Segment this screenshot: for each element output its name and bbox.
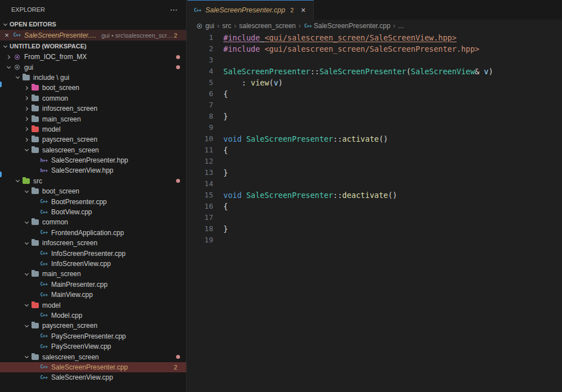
chevron-right-icon[interactable]	[23, 93, 30, 103]
code-line-4[interactable]: 4SaleScreenPresenter::SaleScreenPresente…	[187, 66, 562, 77]
tree-item-infoscreen-screen[interactable]: infoscreen_screen	[0, 103, 186, 114]
code-line-14[interactable]: 14	[187, 178, 562, 190]
chevron-down-icon[interactable]	[23, 269, 30, 279]
open-editors-header[interactable]: OPEN EDITORS	[0, 19, 186, 30]
tree-item-label: payscreen_screen	[42, 322, 97, 330]
code-line-11[interactable]: 11{	[187, 145, 562, 156]
tree-item-payscreen-screen[interactable]: payscreen_screen	[0, 134, 186, 145]
chevron-right-icon[interactable]	[23, 83, 30, 93]
tree-item-gui[interactable]: gui	[0, 62, 186, 72]
code-line-3[interactable]: 3	[187, 55, 562, 66]
tree-item-main-screen[interactable]: main_screen	[0, 269, 186, 279]
indent-spacer	[32, 362, 39, 372]
workspace-header[interactable]: UNTITLED (WORKSPACE)	[0, 40, 186, 52]
code-line-9[interactable]: 9	[187, 122, 562, 133]
breadcrumb-item-[interactable]: ...	[398, 22, 404, 30]
breadcrumb-item-salescreenpresenter-cpp[interactable]: C++SaleScreenPresenter.cpp	[304, 22, 390, 30]
tree-item-model[interactable]: model	[0, 124, 186, 134]
indent-spacer	[32, 372, 39, 382]
open-editor-label: SaleScreenPresenter.cpp	[24, 31, 97, 39]
tree-item-common[interactable]: common	[0, 93, 186, 103]
folder-green-icon	[21, 178, 30, 184]
tree-item-salescreenview-hpp[interactable]: h++SaleScreenView.hpp	[0, 165, 186, 175]
tree-item-frontendapplication-cpp[interactable]: C++FrontendApplication.cpp	[0, 228, 186, 238]
tree-item-salescreenpresenter-cpp[interactable]: C++SaleScreenPresenter.cpp2	[0, 362, 186, 372]
code-line-8[interactable]: 8}	[187, 111, 562, 122]
tree-item-label: infoscreen_screen	[42, 239, 97, 247]
folder-icon	[30, 188, 39, 194]
code-line-7[interactable]: 7	[187, 100, 562, 111]
tree-item-infoscreen-screen[interactable]: infoscreen_screen	[0, 238, 186, 248]
more-actions-icon[interactable]: ⋯	[170, 5, 178, 14]
tree-item-mainview-cpp[interactable]: C++MainView.cpp	[0, 290, 186, 300]
folder-icon	[30, 323, 39, 328]
code-line-19[interactable]: 19	[187, 235, 562, 246]
tree-item-payscreenpresenter-cpp[interactable]: C++PayScreenPresenter.cpp	[0, 331, 186, 341]
tree-item-infoscreenpresenter-cpp[interactable]: C++InfoScreenPresenter.cpp	[0, 248, 186, 258]
code-line-6[interactable]: 6{	[187, 88, 562, 100]
chevron-down-icon	[1, 19, 9, 30]
tree-item-infoscreenview-cpp[interactable]: C++InfoScreenView.cpp	[0, 259, 186, 269]
tab-salescreenpresenter-cpp[interactable]: C++ SaleScreenPresenter.cpp 2 ×	[187, 0, 314, 20]
tree-item-salescreen-screen[interactable]: salescreen_screen	[0, 145, 186, 155]
tree-item-boot-screen[interactable]: boot_screen	[0, 186, 186, 196]
tree-item-salescreenpresenter-hpp[interactable]: h++SaleScreenPresenter.hpp	[0, 155, 186, 165]
code-line-17[interactable]: 17	[187, 212, 562, 223]
tree-item-model-cpp[interactable]: C++Model.cpp	[0, 310, 186, 321]
code-line-1[interactable]: 1#include <gui/salescreen_screen/SaleScr…	[187, 32, 562, 43]
chevron-down-icon[interactable]	[23, 238, 30, 248]
folder-icon	[30, 271, 39, 277]
tree-item-include-gui[interactable]: include \ gui	[0, 73, 186, 83]
tree-item-model[interactable]: model	[0, 300, 186, 310]
close-icon[interactable]: ×	[299, 6, 308, 15]
code-line-2[interactable]: 2#include <gui/salescreen_screen/SaleScr…	[187, 43, 562, 55]
breadcrumb-separator: ›	[393, 22, 395, 30]
code-area[interactable]: 1#include <gui/salescreen_screen/SaleScr…	[187, 32, 562, 392]
close-icon[interactable]: ×	[2, 31, 11, 39]
chevron-right-icon[interactable]	[23, 103, 30, 114]
tree-item-payscreenview-cpp[interactable]: C++PayScreenView.cpp	[0, 341, 186, 352]
chevron-right-icon[interactable]	[23, 124, 30, 134]
tree-item-salescreen-screen[interactable]: salescreen_screen	[0, 352, 186, 362]
explorer-titlebar: EXPLORER ⋯	[0, 0, 186, 19]
tree-item-bootview-cpp[interactable]: C++BootView.cpp	[0, 207, 186, 217]
tree-item-label: boot_screen	[42, 187, 79, 195]
tree-item-src[interactable]: src	[0, 176, 186, 186]
code-line-15[interactable]: 15void SaleScreenPresenter::deactivate()	[187, 190, 562, 201]
tree-item-main-screen[interactable]: main_screen	[0, 114, 186, 124]
breadcrumb-item-salescreen-screen[interactable]: salescreen_screen	[239, 22, 296, 30]
open-editor-item[interactable]: × C++ SaleScreenPresenter.cpp gui • src\…	[0, 30, 186, 40]
chevron-right-icon[interactable]	[23, 114, 30, 124]
code-line-5[interactable]: 5 : view(v)	[187, 77, 562, 88]
breadcrumb-item-gui[interactable]: gui	[195, 22, 214, 30]
tree-item-mainpresenter-cpp[interactable]: C++MainPresenter.cpp	[0, 280, 186, 290]
chevron-down-icon[interactable]	[14, 73, 21, 83]
chevron-down-icon[interactable]	[23, 217, 30, 227]
chevron-down-icon[interactable]	[14, 176, 21, 186]
tree-item-boot-screen[interactable]: boot_screen	[0, 83, 186, 93]
chevron-down-icon[interactable]	[23, 321, 30, 331]
chevron-right-icon[interactable]	[23, 134, 30, 145]
chevron-right-icon[interactable]	[5, 52, 12, 62]
tree-item-label: model	[42, 301, 61, 309]
chevron-down-icon[interactable]	[5, 62, 12, 72]
root-gui-icon	[12, 65, 21, 70]
chevron-down-icon[interactable]	[23, 186, 30, 196]
code-line-13[interactable]: 13}	[187, 167, 562, 178]
tree-item-salescreenview-cpp[interactable]: C++SaleScreenView.cpp	[0, 372, 186, 382]
tree-item-payscreen-screen[interactable]: payscreen_screen	[0, 321, 186, 331]
breadcrumb-item-src[interactable]: src	[222, 22, 231, 30]
tree-item-bootpresenter-cpp[interactable]: C++BootPresenter.cpp	[0, 196, 186, 206]
chevron-down-icon[interactable]	[23, 145, 30, 155]
code-line-10[interactable]: 10void SaleScreenPresenter::activate()	[187, 133, 562, 145]
indent-spacer	[32, 259, 39, 269]
chevron-down-icon[interactable]	[23, 300, 30, 310]
code-line-16[interactable]: 16{	[187, 201, 562, 212]
code-line-18[interactable]: 18}	[187, 223, 562, 235]
tree-item-common[interactable]: common	[0, 217, 186, 227]
code-line-12[interactable]: 12	[187, 156, 562, 167]
tree-item-label: MainView.cpp	[51, 291, 93, 299]
tree-item-label: SaleScreenView.cpp	[51, 373, 113, 381]
chevron-down-icon[interactable]	[23, 352, 30, 362]
tree-item-from-ioc-from-mx[interactable]: From_IOC_from_MX	[0, 52, 186, 62]
